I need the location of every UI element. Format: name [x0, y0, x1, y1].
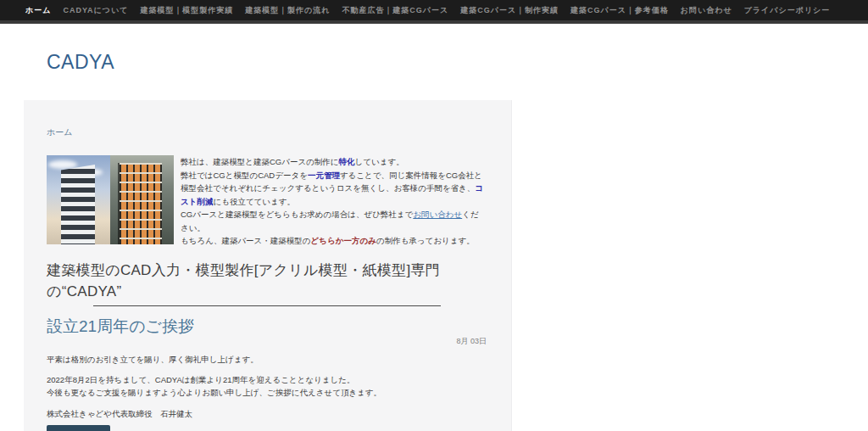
- comments-button[interactable]: 0 コメント: [47, 425, 110, 431]
- text-segment: どちらか一方のみ: [311, 236, 376, 245]
- intro-paragraph: 弊社は、建築模型と建築CGパースの制作に特化しています。: [181, 155, 487, 169]
- text-segment: CGパースと建築模型をどちらもお求めの場合は、ぜひ弊社まで: [181, 210, 413, 219]
- contact-link[interactable]: お問い合わせ: [413, 210, 462, 219]
- intro-text: 弊社は、建築模型と建築CGパースの制作に特化しています。 弊社ではCGと模型のC…: [181, 155, 487, 248]
- intro-paragraph: もちろん、建築パース・建築模型のどちらか一方のみの制作も承っております。: [181, 234, 487, 248]
- post-title-link[interactable]: 設立21周年のご挨拶: [47, 316, 487, 337]
- nav-item-9[interactable]: プライバシーポリシー: [744, 5, 831, 16]
- nav-item-2[interactable]: CADYAについて: [63, 5, 128, 16]
- breadcrumb-home-link[interactable]: ホーム: [47, 126, 72, 138]
- site-logo[interactable]: CADYA: [47, 51, 114, 74]
- post-date: 8月 03日: [47, 337, 487, 346]
- text-segment: 特化: [339, 157, 355, 166]
- nav-item-5[interactable]: 不動産広告｜建築CGパース: [342, 5, 449, 16]
- text-segment: もちろん、建築パース・建築模型の: [181, 236, 311, 245]
- intro-section: 弊社は、建築模型と建築CGパースの制作に特化しています。 弊社ではCGと模型のC…: [47, 155, 487, 248]
- cg-render-panel: [47, 155, 110, 244]
- nav-item-3[interactable]: 建築模型｜模型製作実績: [140, 5, 233, 16]
- top-nav: ホームCADYAについて建築模型｜模型製作実績建築模型｜製作の流れ不動産広告｜建…: [0, 0, 868, 24]
- nav-item-1[interactable]: ホーム: [25, 5, 51, 16]
- text-segment: しています。: [355, 157, 404, 166]
- nav-item-6[interactable]: 建築CGパース｜制作実績: [460, 5, 559, 16]
- intro-paragraph: 弊社ではCGと模型のCADデータを一元管理することで、同じ案件情報をCG会社と模…: [181, 169, 487, 209]
- text-segment: 弊社は、建築模型と建築CGパースの制作に: [181, 157, 339, 166]
- nav-item-4[interactable]: 建築模型｜製作の流れ: [245, 5, 330, 16]
- blog-post: 設立21周年のご挨拶 8月 03日 平素は格別のお引き立てを賜り、厚く御礼申し上…: [47, 316, 487, 431]
- text-segment: 一元管理: [308, 171, 340, 180]
- post-paragraph: 今後も更なるご支援を賜りますよう心よりお願い申し上げ、ご挨拶に代えさせて頂きます…: [47, 386, 487, 399]
- site-header: CADYA: [0, 24, 868, 100]
- post-paragraph: 平素は格別のお引き立てを賜り、厚く御礼申し上げます。: [47, 353, 487, 366]
- nav-item-8[interactable]: お問い合わせ: [681, 5, 732, 16]
- building-comparison-image: [47, 155, 174, 244]
- cg-building-shape: [61, 165, 95, 244]
- text-segment: にも役立てています。: [213, 197, 295, 206]
- cloud-shape: [48, 160, 77, 169]
- post-paragraph: 2022年8月2日を持ちまして、CADYAは創業より21周年を迎えることとなりま…: [47, 373, 487, 386]
- model-building-shape: [120, 163, 162, 244]
- post-signature: 株式会社きゃどや代表取締役 石井健太: [47, 407, 487, 420]
- page-title: 建築模型のCAD入力・模型製作[アクリル模型・紙模型]専門の“CADYA”: [47, 260, 487, 302]
- text-segment: 弊社ではCGと模型のCADデータを: [181, 171, 308, 180]
- model-photo-panel: [110, 155, 174, 244]
- content-card: ホーム 弊社は、建築模型と建築CGパースの制作に特化しています。 弊社ではCGと…: [24, 100, 512, 431]
- title-divider: [93, 305, 441, 306]
- text-segment: の制作も承っております。: [376, 236, 475, 245]
- nav-item-7[interactable]: 建築CGパース｜参考価格: [570, 5, 669, 16]
- intro-paragraph: CGパースと建築模型をどちらもお求めの場合は、ぜひ弊社までお問い合わせください。: [181, 208, 487, 234]
